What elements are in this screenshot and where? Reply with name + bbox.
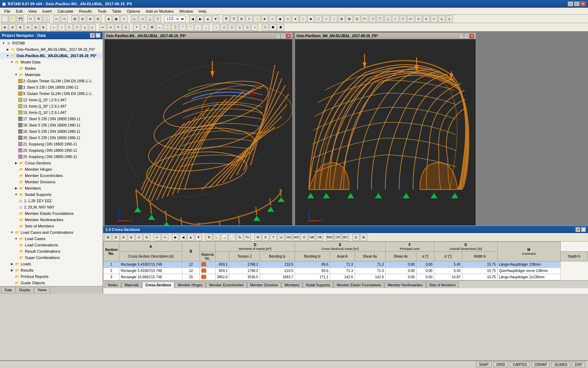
status-osnap[interactable]: OSNAP bbox=[531, 362, 550, 367]
tab-member-elastic[interactable]: Member Elastic Foundations bbox=[334, 282, 384, 288]
vp2-minimize[interactable]: ─ bbox=[459, 34, 464, 39]
tb2-b33[interactable]: ⚇ bbox=[262, 24, 269, 31]
tree-member-hinges[interactable]: ▶ 📂 Member Hinges bbox=[0, 166, 103, 172]
tb-c13[interactable]: □ bbox=[315, 15, 322, 22]
tb-paste[interactable]: 📋 bbox=[43, 15, 50, 22]
tb-cut[interactable]: ✂ bbox=[27, 15, 34, 22]
bt-9[interactable]: ▶ bbox=[172, 234, 179, 241]
tab-nodes[interactable]: Nodes bbox=[105, 282, 121, 288]
tb-c15[interactable]: ▫ bbox=[330, 15, 337, 22]
bt-4[interactable]: ⊗ bbox=[128, 234, 135, 241]
tb-b3[interactable]: ⊕ bbox=[87, 15, 94, 22]
tree-rstab-root[interactable]: ▼ ⊞ RSTAB bbox=[0, 40, 103, 46]
tb2-b11[interactable]: ↘ bbox=[81, 24, 88, 31]
menu-table[interactable]: Table bbox=[109, 8, 124, 14]
status-glines[interactable]: GLINES bbox=[551, 362, 570, 367]
status-grid[interactable]: GRID bbox=[493, 362, 508, 367]
bt-15[interactable]: 📊 bbox=[221, 234, 228, 241]
bottom-close[interactable]: ✕ bbox=[581, 227, 586, 232]
tb-c18[interactable]: ⊡ bbox=[354, 15, 360, 22]
bt-16[interactable]: 📈 bbox=[229, 234, 236, 241]
tree-printout[interactable]: ▶ 📂 Printout Reports bbox=[0, 273, 103, 280]
bt-21[interactable]: T bbox=[270, 234, 277, 241]
tb2-b3[interactable]: ⊗ bbox=[17, 24, 24, 31]
tb2-b32[interactable]: ⍅ bbox=[251, 24, 258, 31]
tb2-b35[interactable]: ⚉ bbox=[277, 24, 284, 31]
tb-c3[interactable]: ⚙ bbox=[238, 15, 245, 22]
tb2-b9[interactable]: ↖ bbox=[66, 24, 73, 31]
nav-close[interactable]: ✕ bbox=[96, 33, 100, 38]
tb-open[interactable]: 📁 bbox=[9, 15, 16, 22]
tree-mat-12[interactable]: 23: Kopplung | DIN 18800:1990-11 bbox=[0, 147, 103, 154]
tree-mat-2[interactable]: 3: Steel S 235 | DIN 18800:1990-11 bbox=[0, 84, 103, 90]
tb-c22[interactable]: ⊥ bbox=[384, 15, 391, 22]
tb2-b8[interactable]: ↕ bbox=[58, 24, 65, 31]
tree-result-combinations[interactable]: ▶ 📂 Result Combinations bbox=[0, 248, 103, 254]
minimize-button[interactable]: ─ bbox=[568, 1, 573, 6]
bt-31[interactable]: ⊡ bbox=[352, 234, 359, 241]
menu-tools[interactable]: Tools bbox=[94, 8, 109, 14]
tree-super-combinations[interactable]: ▶ 📂 Super Combinations bbox=[0, 254, 103, 261]
tab-sets-members[interactable]: Sets of Members bbox=[426, 282, 459, 288]
tree-mat-11[interactable]: 21: Kopplung | DIN 18800:1990-11 bbox=[0, 141, 103, 147]
tree-ns-1[interactable]: ⊡ 1: 1-28; EEY EEE bbox=[0, 198, 103, 204]
bt-5[interactable]: ⊙ bbox=[135, 234, 142, 241]
tb-c23[interactable]: ⊦ bbox=[392, 15, 399, 22]
tb-c19[interactable]: ⊢ bbox=[361, 15, 368, 22]
menu-view[interactable]: View bbox=[26, 8, 40, 14]
vp1-minimize[interactable]: ─ bbox=[275, 34, 280, 39]
tree-load-cases[interactable]: ▼ 📂 Load Cases bbox=[0, 236, 103, 242]
tb-b8[interactable]: ▷ bbox=[131, 15, 138, 22]
bt-8[interactable]: ↪ bbox=[161, 234, 168, 241]
bt-11[interactable]: ▲ bbox=[187, 234, 194, 241]
bt-7[interactable]: ↩ bbox=[154, 234, 161, 241]
bt-12[interactable]: ▼ bbox=[195, 234, 202, 241]
tree-mat-13[interactable]: 25: Kopplung | DIN 18800:1990-11 bbox=[0, 154, 103, 160]
tb-c16[interactable]: ⊞ bbox=[338, 15, 345, 22]
tb-c7[interactable]: ☆ bbox=[269, 15, 276, 22]
bt-26[interactable]: NB bbox=[308, 234, 315, 241]
menu-options[interactable]: Options bbox=[124, 8, 143, 14]
nav-tab-data[interactable]: Data bbox=[1, 287, 15, 293]
tb2-b25[interactable]: ⌞ bbox=[195, 24, 202, 31]
tree-mat-4[interactable]: 12: Kerto-Q_15° | Z-9.1-847 bbox=[0, 97, 103, 103]
tb-c12[interactable]: ■ bbox=[307, 15, 314, 22]
vp1-close[interactable]: ✕ bbox=[286, 34, 291, 39]
tree-mat-9[interactable]: 19: Steel S 235 | DIN 18800:1990-11 bbox=[0, 128, 103, 135]
tb2-b16[interactable]: ⇓ bbox=[122, 24, 130, 31]
bt-14[interactable]: 📐 bbox=[213, 234, 220, 241]
tb-c20[interactable]: ⊣ bbox=[369, 15, 376, 22]
tree-project2[interactable]: ▼ 📁 Oslo-Pavillon-M1-_AN-DLUBAL_2017-06-… bbox=[0, 53, 103, 59]
tab-member-divisions[interactable]: Member Divisions bbox=[247, 282, 281, 288]
tb-c25[interactable]: ⊨ bbox=[407, 15, 414, 22]
bt-2[interactable]: ⊟ bbox=[112, 234, 119, 241]
tb2-b12[interactable]: ↙ bbox=[89, 24, 96, 31]
bt-22[interactable]: Lt bbox=[278, 234, 285, 241]
menu-addon[interactable]: Add-on Modules bbox=[143, 8, 176, 14]
menu-insert[interactable]: Insert bbox=[39, 8, 55, 14]
tb2-b21[interactable]: ⌚ bbox=[164, 24, 171, 31]
tree-nodal-supports[interactable]: ▼ 📂 Nodal Supports bbox=[0, 191, 103, 198]
tb-c8[interactable]: ◆ bbox=[276, 15, 284, 22]
tb-save[interactable]: 💾 bbox=[17, 15, 24, 22]
tree-load-combinations[interactable]: ▶ 📂 Load Combinations bbox=[0, 242, 103, 248]
tb2-b10[interactable]: ↗ bbox=[74, 24, 80, 31]
tb2-b31[interactable]: ⍄ bbox=[244, 24, 251, 31]
tb-c11[interactable]: ○ bbox=[300, 15, 307, 22]
tb-b1[interactable]: ⊞ bbox=[71, 15, 78, 22]
tree-model-data[interactable]: ▼ 📂 Model Data bbox=[0, 59, 103, 65]
tb2-b22[interactable]: ⌛ bbox=[172, 24, 178, 31]
bt-28[interactable]: REC bbox=[327, 234, 334, 241]
tb2-b20[interactable]: ⌙ bbox=[156, 24, 163, 31]
menu-calculate[interactable]: Calculate bbox=[55, 8, 76, 14]
tb-b11[interactable]: ▽ bbox=[154, 15, 161, 22]
tree-project1[interactable]: ▶ 📁 Oslo-Pavillons_M4_AN-DLUBAL_2017-09-… bbox=[0, 46, 103, 53]
tree-mat-6[interactable]: 15: Kerto-Q_10° | Z-9.1-847 bbox=[0, 109, 103, 116]
table-row[interactable]: 1 Rectangle 5.43307/15.748 12 659.1 1768… bbox=[104, 261, 588, 268]
tb-c24[interactable]: ⊧ bbox=[400, 15, 407, 22]
vp2-close[interactable]: ✕ bbox=[469, 34, 474, 39]
tree-mat-3[interactable]: 9: Glulam Timber GL24h | DIN EN 1995-1-1… bbox=[0, 90, 103, 97]
tab-members[interactable]: Members bbox=[281, 282, 302, 288]
status-snap[interactable]: SNAP bbox=[476, 362, 492, 367]
tb-c26[interactable]: ≡ bbox=[415, 15, 422, 22]
